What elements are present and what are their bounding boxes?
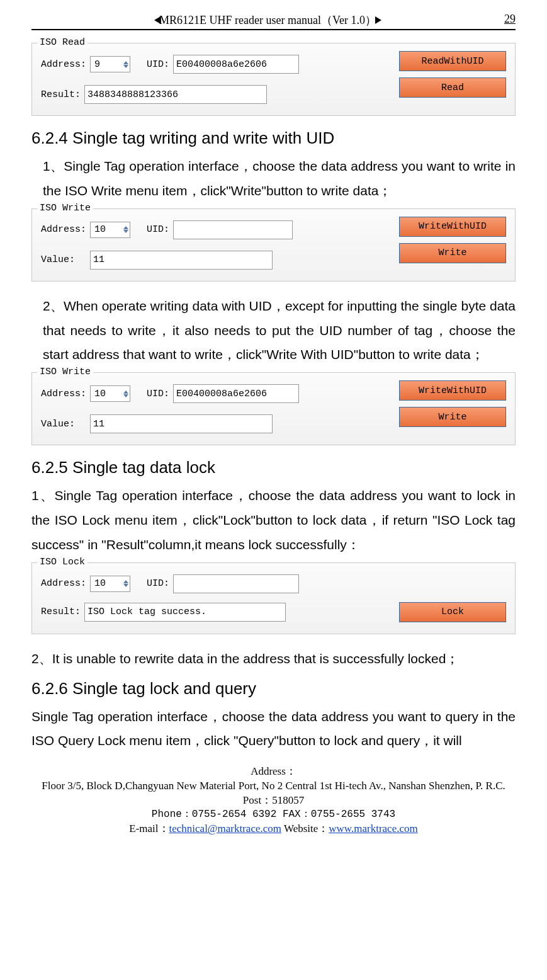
uid-input[interactable] — [173, 384, 299, 403]
uid-label: UID: — [147, 59, 169, 70]
spinner-buttons[interactable] — [123, 580, 128, 587]
address-value: 10 — [94, 389, 106, 399]
address-label: Address: — [41, 389, 86, 399]
page-header: MR6121E UHF reader user manual（Ver 1.0） … — [31, 13, 516, 30]
uid-label: UID: — [147, 578, 169, 589]
address-value: 10 — [94, 224, 106, 235]
iso-lock-group: ISO Lock Address: 10 UID: Result: Lock — [31, 562, 516, 634]
footer-address: Floor 3/5, Block D,Changyuan New Materia… — [31, 779, 516, 808]
footer-address-label: Address： — [31, 765, 516, 779]
address-value: 10 — [94, 578, 106, 589]
write-with-uid-button[interactable]: WriteWithUID — [399, 380, 506, 401]
para-625-2: 2、It is unable to rewrite data in the ad… — [31, 647, 516, 671]
lock-button[interactable]: Lock — [399, 602, 506, 622]
heading-624: 6.2.4 Single tag writing and write with … — [31, 128, 516, 148]
write-button[interactable]: Write — [399, 407, 506, 427]
para-624-1: 1、Single Tag operation interface，choose … — [31, 154, 516, 203]
value-label: Value: — [41, 254, 75, 265]
footer-email-label: E-mail： — [129, 823, 169, 835]
iso-write-group-1: ISO Write Address: 10 UID: Value: WriteW… — [31, 208, 516, 282]
chevron-down-icon[interactable] — [123, 394, 128, 397]
address-value: 9 — [94, 59, 100, 70]
uid-input[interactable] — [173, 574, 299, 593]
address-label: Address: — [41, 224, 86, 235]
heading-626: 6.2.6 Single tag lock and query — [31, 679, 516, 698]
chevron-up-icon[interactable] — [123, 226, 128, 229]
chevron-up-icon[interactable] — [123, 580, 128, 583]
write-button[interactable]: Write — [399, 243, 506, 263]
address-spinner[interactable]: 10 — [90, 385, 130, 402]
iso-write-title-2: ISO Write — [37, 367, 93, 377]
read-button[interactable]: Read — [399, 77, 506, 98]
iso-write-title-1: ISO Write — [37, 203, 93, 214]
uid-input[interactable] — [173, 220, 293, 239]
spinner-buttons[interactable] — [123, 226, 128, 233]
iso-read-group: ISO Read Address: 9 UID: Result: ReadWit… — [31, 43, 516, 116]
chevron-down-icon[interactable] — [123, 230, 128, 233]
read-with-uid-button[interactable]: ReadWithUID — [399, 51, 506, 71]
value-input[interactable] — [90, 251, 273, 270]
chevron-up-icon[interactable] — [123, 61, 128, 64]
value-label: Value: — [41, 419, 75, 430]
address-spinner[interactable]: 9 — [90, 56, 130, 72]
iso-lock-title: ISO Lock — [37, 557, 87, 567]
address-spinner[interactable]: 10 — [90, 576, 130, 592]
heading-625: 6.2.5 Single tag data lock — [31, 458, 516, 477]
result-label: Result: — [41, 607, 81, 617]
chevron-down-icon[interactable] — [123, 584, 128, 587]
uid-input[interactable] — [173, 55, 299, 74]
address-label: Address: — [41, 578, 86, 589]
page-number: 29 — [504, 13, 516, 28]
footer-web-label: Website： — [281, 823, 329, 835]
footer-web-link[interactable]: www.marktrace.com — [329, 823, 417, 835]
uid-label: UID: — [147, 389, 169, 399]
para-625-1: 1、Single Tag operation interface，choose … — [31, 484, 516, 557]
spinner-buttons[interactable] — [123, 61, 128, 68]
spinner-buttons[interactable] — [123, 390, 128, 397]
address-spinner[interactable]: 10 — [90, 222, 130, 238]
value-input[interactable] — [90, 414, 273, 433]
page-footer: Address： Floor 3/5, Block D,Changyuan Ne… — [31, 765, 516, 836]
iso-write-group-2: ISO Write Address: 10 UID: Value: WriteW… — [31, 372, 516, 445]
uid-label: UID: — [147, 224, 169, 235]
result-output — [84, 85, 267, 104]
chevron-down-icon[interactable] — [123, 65, 128, 68]
footer-phone: Phone：0755-2654 6392 FAX：0755-2655 3743 — [31, 808, 516, 822]
result-label: Result: — [41, 89, 81, 100]
iso-read-title: ISO Read — [37, 37, 87, 48]
doc-title: MR6121E UHF reader user manual（Ver 1.0） — [31, 13, 504, 28]
result-output — [84, 603, 286, 622]
para-624-2: 2、When operate writing data with UID，exc… — [31, 294, 516, 368]
para-626-1: Single Tag operation interface，choose th… — [31, 705, 516, 754]
address-label: Address: — [41, 59, 86, 70]
footer-email-link[interactable]: technical@marktrace.com — [169, 823, 281, 835]
chevron-up-icon[interactable] — [123, 390, 128, 394]
write-with-uid-button[interactable]: WriteWithUID — [399, 217, 506, 237]
